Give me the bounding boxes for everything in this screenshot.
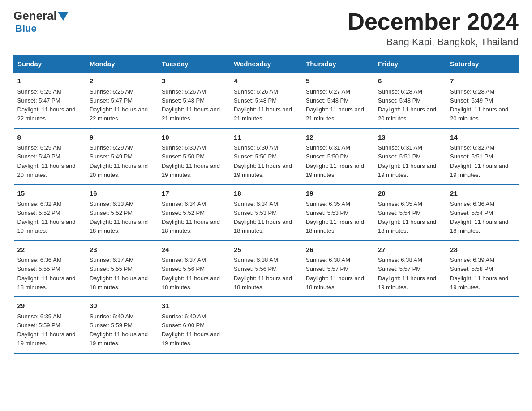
day-info: Sunrise: 6:36 AMSunset: 5:55 PMDaylight:… bbox=[17, 257, 76, 291]
location-title: Bang Kapi, Bangkok, Thailand bbox=[348, 36, 519, 48]
day-number: 29 bbox=[17, 301, 82, 311]
calendar-cell bbox=[374, 297, 446, 353]
calendar-cell bbox=[302, 297, 374, 353]
calendar-cell: 28Sunrise: 6:39 AMSunset: 5:58 PMDayligh… bbox=[446, 241, 519, 297]
weekday-header-thursday: Thursday bbox=[302, 56, 374, 73]
day-info: Sunrise: 6:34 AMSunset: 5:52 PMDaylight:… bbox=[162, 201, 220, 235]
weekday-header-wednesday: Wednesday bbox=[230, 56, 302, 73]
day-info: Sunrise: 6:40 AMSunset: 5:59 PMDaylight:… bbox=[90, 313, 148, 347]
day-number: 31 bbox=[162, 301, 226, 311]
calendar-table: SundayMondayTuesdayWednesdayThursdayFrid… bbox=[13, 55, 519, 354]
calendar-cell: 22Sunrise: 6:36 AMSunset: 5:55 PMDayligh… bbox=[14, 241, 86, 297]
day-info: Sunrise: 6:32 AMSunset: 5:51 PMDaylight:… bbox=[450, 144, 508, 178]
day-number: 7 bbox=[450, 76, 515, 86]
day-info: Sunrise: 6:33 AMSunset: 5:52 PMDaylight:… bbox=[90, 201, 148, 235]
day-number: 24 bbox=[162, 245, 226, 255]
day-number: 11 bbox=[234, 133, 298, 143]
day-number: 2 bbox=[90, 76, 154, 86]
day-info: Sunrise: 6:38 AMSunset: 5:57 PMDaylight:… bbox=[378, 257, 436, 291]
calendar-cell bbox=[446, 297, 519, 353]
calendar-cell: 13Sunrise: 6:31 AMSunset: 5:51 PMDayligh… bbox=[374, 128, 446, 185]
day-info: Sunrise: 6:27 AMSunset: 5:48 PMDaylight:… bbox=[306, 88, 364, 122]
calendar-cell: 18Sunrise: 6:34 AMSunset: 5:53 PMDayligh… bbox=[230, 184, 302, 241]
weekday-header-friday: Friday bbox=[374, 56, 446, 73]
day-info: Sunrise: 6:31 AMSunset: 5:51 PMDaylight:… bbox=[378, 144, 436, 178]
day-number: 16 bbox=[90, 188, 154, 199]
calendar-cell: 1Sunrise: 6:25 AMSunset: 5:47 PMDaylight… bbox=[14, 73, 86, 128]
day-number: 26 bbox=[306, 245, 370, 255]
day-number: 20 bbox=[378, 188, 442, 199]
day-number: 6 bbox=[378, 76, 442, 86]
week-row-1: 1Sunrise: 6:25 AMSunset: 5:47 PMDaylight… bbox=[14, 73, 519, 128]
day-number: 21 bbox=[450, 188, 515, 199]
day-info: Sunrise: 6:29 AMSunset: 5:49 PMDaylight:… bbox=[17, 144, 76, 178]
day-info: Sunrise: 6:38 AMSunset: 5:57 PMDaylight:… bbox=[306, 257, 364, 291]
calendar-cell: 6Sunrise: 6:28 AMSunset: 5:48 PMDaylight… bbox=[374, 73, 446, 128]
day-info: Sunrise: 6:32 AMSunset: 5:52 PMDaylight:… bbox=[17, 201, 76, 235]
calendar-cell: 30Sunrise: 6:40 AMSunset: 5:59 PMDayligh… bbox=[86, 297, 158, 353]
month-title: December 2024 bbox=[348, 9, 519, 34]
week-row-2: 8Sunrise: 6:29 AMSunset: 5:49 PMDaylight… bbox=[14, 128, 519, 185]
page-header: General Blue December 2024 Bang Kapi, Ba… bbox=[13, 9, 519, 48]
day-number: 12 bbox=[306, 133, 370, 143]
day-info: Sunrise: 6:26 AMSunset: 5:48 PMDaylight:… bbox=[234, 88, 292, 122]
weekday-header-monday: Monday bbox=[86, 56, 158, 73]
day-info: Sunrise: 6:26 AMSunset: 5:48 PMDaylight:… bbox=[162, 88, 220, 122]
day-info: Sunrise: 6:35 AMSunset: 5:53 PMDaylight:… bbox=[306, 201, 364, 235]
calendar-cell bbox=[230, 297, 302, 353]
day-info: Sunrise: 6:40 AMSunset: 6:00 PMDaylight:… bbox=[162, 313, 220, 347]
day-info: Sunrise: 6:30 AMSunset: 5:50 PMDaylight:… bbox=[162, 144, 220, 178]
day-number: 27 bbox=[378, 245, 442, 255]
calendar-cell: 14Sunrise: 6:32 AMSunset: 5:51 PMDayligh… bbox=[446, 128, 519, 185]
day-info: Sunrise: 6:37 AMSunset: 5:55 PMDaylight:… bbox=[90, 257, 148, 291]
calendar-cell: 20Sunrise: 6:35 AMSunset: 5:54 PMDayligh… bbox=[374, 184, 446, 241]
day-info: Sunrise: 6:31 AMSunset: 5:50 PMDaylight:… bbox=[306, 144, 364, 178]
day-number: 30 bbox=[90, 301, 154, 311]
calendar-cell: 24Sunrise: 6:37 AMSunset: 5:56 PMDayligh… bbox=[158, 241, 230, 297]
day-number: 9 bbox=[90, 133, 154, 143]
day-number: 14 bbox=[450, 133, 515, 143]
calendar-cell: 11Sunrise: 6:30 AMSunset: 5:50 PMDayligh… bbox=[230, 128, 302, 185]
calendar-cell: 7Sunrise: 6:28 AMSunset: 5:49 PMDaylight… bbox=[446, 73, 519, 128]
day-number: 15 bbox=[17, 188, 82, 199]
day-number: 25 bbox=[234, 245, 298, 255]
day-number: 18 bbox=[234, 188, 298, 199]
calendar-cell: 12Sunrise: 6:31 AMSunset: 5:50 PMDayligh… bbox=[302, 128, 374, 185]
weekday-header-sunday: Sunday bbox=[14, 56, 86, 73]
calendar-cell: 15Sunrise: 6:32 AMSunset: 5:52 PMDayligh… bbox=[14, 184, 86, 241]
calendar-cell: 5Sunrise: 6:27 AMSunset: 5:48 PMDaylight… bbox=[302, 73, 374, 128]
calendar-cell: 2Sunrise: 6:25 AMSunset: 5:47 PMDaylight… bbox=[86, 73, 158, 128]
day-number: 1 bbox=[17, 76, 82, 86]
day-number: 10 bbox=[162, 133, 226, 143]
day-info: Sunrise: 6:37 AMSunset: 5:56 PMDaylight:… bbox=[162, 257, 220, 291]
calendar-cell: 19Sunrise: 6:35 AMSunset: 5:53 PMDayligh… bbox=[302, 184, 374, 241]
title-block: December 2024 Bang Kapi, Bangkok, Thaila… bbox=[348, 9, 519, 48]
weekday-header-saturday: Saturday bbox=[446, 56, 519, 73]
calendar-cell: 25Sunrise: 6:38 AMSunset: 5:56 PMDayligh… bbox=[230, 241, 302, 297]
day-number: 13 bbox=[378, 133, 442, 143]
calendar-cell: 23Sunrise: 6:37 AMSunset: 5:55 PMDayligh… bbox=[86, 241, 158, 297]
calendar-cell: 16Sunrise: 6:33 AMSunset: 5:52 PMDayligh… bbox=[86, 184, 158, 241]
day-info: Sunrise: 6:25 AMSunset: 5:47 PMDaylight:… bbox=[17, 88, 76, 122]
calendar-cell: 17Sunrise: 6:34 AMSunset: 5:52 PMDayligh… bbox=[158, 184, 230, 241]
day-info: Sunrise: 6:35 AMSunset: 5:54 PMDaylight:… bbox=[378, 201, 436, 235]
logo-triangle-icon bbox=[58, 12, 69, 21]
day-number: 23 bbox=[90, 245, 154, 255]
day-info: Sunrise: 6:38 AMSunset: 5:56 PMDaylight:… bbox=[234, 257, 292, 291]
day-info: Sunrise: 6:28 AMSunset: 5:48 PMDaylight:… bbox=[378, 88, 436, 122]
day-info: Sunrise: 6:30 AMSunset: 5:50 PMDaylight:… bbox=[234, 144, 292, 178]
day-number: 8 bbox=[17, 133, 82, 143]
logo-blue-text: Blue bbox=[15, 23, 37, 34]
week-row-5: 29Sunrise: 6:39 AMSunset: 5:59 PMDayligh… bbox=[14, 297, 519, 353]
day-info: Sunrise: 6:36 AMSunset: 5:54 PMDaylight:… bbox=[450, 201, 508, 235]
day-number: 17 bbox=[162, 188, 226, 199]
day-number: 5 bbox=[306, 76, 370, 86]
calendar-cell: 27Sunrise: 6:38 AMSunset: 5:57 PMDayligh… bbox=[374, 241, 446, 297]
day-number: 4 bbox=[234, 76, 298, 86]
week-row-3: 15Sunrise: 6:32 AMSunset: 5:52 PMDayligh… bbox=[14, 184, 519, 241]
calendar-cell: 3Sunrise: 6:26 AMSunset: 5:48 PMDaylight… bbox=[158, 73, 230, 128]
day-number: 28 bbox=[450, 245, 515, 255]
day-number: 22 bbox=[17, 245, 82, 255]
day-number: 3 bbox=[162, 76, 226, 86]
calendar-cell: 31Sunrise: 6:40 AMSunset: 6:00 PMDayligh… bbox=[158, 297, 230, 353]
